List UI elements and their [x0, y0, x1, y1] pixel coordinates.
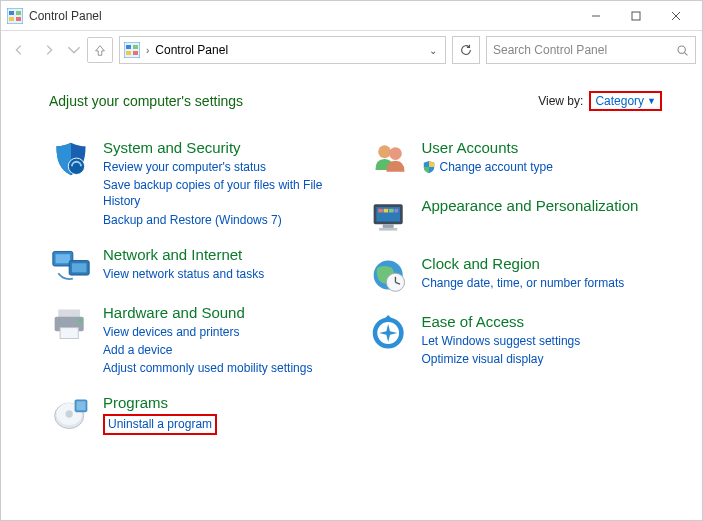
category-title-system[interactable]: System and Security	[103, 139, 344, 157]
category-ease-of-access: Ease of Access Let Windows suggest setti…	[368, 313, 663, 367]
close-button[interactable]	[656, 1, 696, 31]
appearance-icon	[368, 197, 412, 237]
link-optimize-display[interactable]: Optimize visual display	[422, 351, 581, 367]
svg-rect-2	[16, 11, 21, 15]
address-dropdown[interactable]: ⌄	[425, 45, 441, 56]
svg-rect-36	[389, 209, 394, 213]
svg-rect-4	[16, 17, 21, 21]
category-system-security: System and Security Review your computer…	[49, 139, 344, 228]
category-clock: Clock and Region Change date, time, or n…	[368, 255, 663, 295]
category-title-ease[interactable]: Ease of Access	[422, 313, 581, 331]
category-programs: Programs Uninstall a program	[49, 394, 344, 434]
svg-point-30	[378, 145, 391, 158]
uac-shield-icon	[422, 160, 436, 174]
category-title-hardware[interactable]: Hardware and Sound	[103, 304, 312, 322]
link-backup-restore[interactable]: Backup and Restore (Windows 7)	[103, 212, 344, 228]
category-title-network[interactable]: Network and Internet	[103, 246, 264, 264]
category-columns: System and Security Review your computer…	[49, 139, 662, 435]
svg-rect-11	[133, 45, 138, 49]
window-controls	[576, 1, 696, 31]
category-title-user[interactable]: User Accounts	[422, 139, 553, 157]
control-panel-icon	[7, 8, 23, 24]
link-review-status[interactable]: Review your computer's status	[103, 159, 344, 175]
svg-rect-23	[60, 327, 78, 338]
svg-point-24	[78, 318, 82, 322]
toolbar: › Control Panel ⌄ Search Control Panel	[1, 31, 702, 69]
chevron-right-icon[interactable]: ›	[146, 45, 149, 56]
address-bar[interactable]: › Control Panel ⌄	[119, 36, 446, 64]
svg-point-31	[389, 147, 402, 160]
category-title-appearance[interactable]: Appearance and Personalization	[422, 197, 639, 215]
svg-rect-9	[124, 42, 140, 58]
minimize-button[interactable]	[576, 1, 616, 31]
link-windows-suggest[interactable]: Let Windows suggest settings	[422, 333, 581, 349]
svg-point-14	[678, 46, 685, 53]
category-title-clock[interactable]: Clock and Region	[422, 255, 625, 273]
svg-rect-18	[56, 254, 71, 263]
svg-rect-10	[126, 45, 131, 49]
search-input[interactable]: Search Control Panel	[486, 36, 696, 64]
link-view-devices[interactable]: View devices and printers	[103, 324, 312, 340]
link-uninstall-program-highlight: Uninstall a program	[103, 414, 217, 434]
page-heading: Adjust your computer's settings	[49, 93, 538, 109]
svg-line-15	[685, 52, 688, 55]
window-title: Control Panel	[29, 9, 576, 23]
svg-rect-38	[382, 224, 393, 228]
svg-rect-34	[378, 209, 383, 213]
svg-point-16	[68, 158, 84, 174]
category-hardware: Hardware and Sound View devices and prin…	[49, 304, 344, 377]
search-icon	[676, 44, 689, 57]
link-file-history[interactable]: Save backup copies of your files with Fi…	[103, 177, 344, 209]
category-user-accounts: User Accounts Change account type	[368, 139, 663, 179]
svg-rect-13	[133, 51, 138, 55]
category-appearance: Appearance and Personalization	[368, 197, 663, 237]
column-right: User Accounts Change account type	[368, 139, 663, 435]
svg-rect-20	[72, 263, 87, 272]
link-uninstall-program[interactable]: Uninstall a program	[108, 417, 212, 431]
view-by-label: View by:	[538, 94, 583, 108]
caret-down-icon: ▼	[647, 96, 656, 106]
view-by-dropdown[interactable]: Category ▼	[589, 91, 662, 111]
control-panel-icon	[124, 42, 140, 58]
svg-rect-29	[76, 402, 85, 411]
view-by-value: Category	[595, 94, 644, 108]
shield-icon	[49, 139, 93, 179]
category-title-programs[interactable]: Programs	[103, 394, 217, 412]
view-by-control: View by: Category ▼	[538, 91, 662, 111]
svg-rect-37	[394, 209, 398, 213]
link-mobility-settings[interactable]: Adjust commonly used mobility settings	[103, 360, 312, 376]
svg-rect-35	[383, 209, 388, 213]
ease-of-access-icon	[368, 313, 412, 353]
svg-rect-1	[9, 11, 14, 15]
content-header: Adjust your computer's settings View by:…	[49, 91, 662, 111]
content-area: Adjust your computer's settings View by:…	[1, 69, 702, 435]
up-button[interactable]	[87, 37, 113, 63]
user-accounts-icon	[368, 139, 412, 179]
titlebar: Control Panel	[1, 1, 702, 31]
search-placeholder: Search Control Panel	[493, 43, 676, 57]
link-add-device[interactable]: Add a device	[103, 342, 312, 358]
programs-icon	[49, 394, 93, 434]
link-change-account-type[interactable]: Change account type	[440, 159, 553, 175]
svg-rect-3	[9, 17, 14, 21]
category-network: Network and Internet View network status…	[49, 246, 344, 286]
svg-rect-39	[379, 228, 397, 231]
maximize-button[interactable]	[616, 1, 656, 31]
back-button[interactable]	[7, 38, 31, 62]
column-left: System and Security Review your computer…	[49, 139, 344, 435]
recent-dropdown[interactable]	[67, 38, 81, 62]
refresh-button[interactable]	[452, 36, 480, 64]
svg-rect-6	[632, 12, 640, 20]
printer-icon	[49, 304, 93, 344]
clock-globe-icon	[368, 255, 412, 295]
breadcrumb-item[interactable]: Control Panel	[155, 43, 228, 57]
svg-point-27	[66, 411, 73, 418]
forward-button[interactable]	[37, 38, 61, 62]
network-icon	[49, 246, 93, 286]
svg-rect-0	[7, 8, 23, 24]
link-change-date-time[interactable]: Change date, time, or number formats	[422, 275, 625, 291]
link-network-status[interactable]: View network status and tasks	[103, 266, 264, 282]
svg-rect-12	[126, 51, 131, 55]
